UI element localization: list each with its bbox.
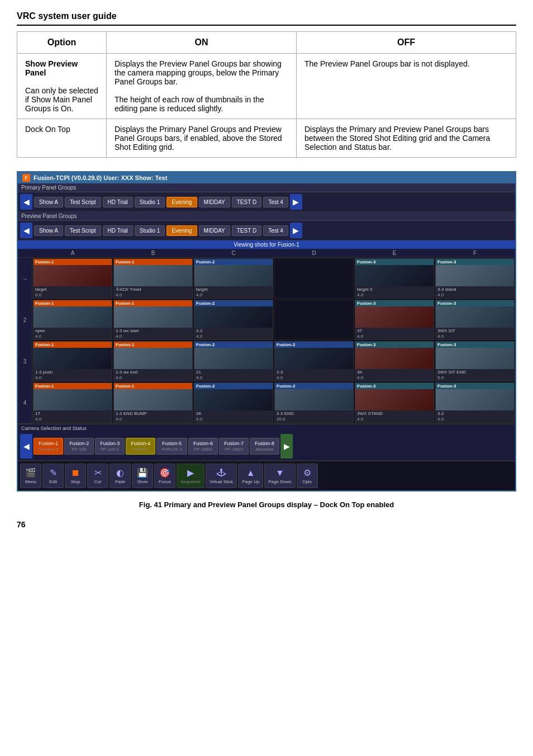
toolbar-virtual-stick[interactable]: 🕹 Virtual Stick [206,464,237,488]
shot-cell[interactable]: Fusion-2 2-3 END 20.0 [274,382,354,423]
cam-btn-fusion5[interactable]: Fusion-5FHR120-2 [156,438,187,455]
sequence-icon: ▶ [187,467,194,478]
preview-btn-showa[interactable]: Show A [34,225,63,236]
panel-btn-evening[interactable]: Evening [166,197,197,207]
toolbar-page-up[interactable]: ▲ Page Up [238,464,263,488]
cam-btn-fusion3[interactable]: Fusion-3FP-145-2 [95,438,125,455]
page-down-icon: ▼ [275,468,284,478]
shot-cell[interactable]: Fusion-1 open 4.0 [33,300,112,340]
primary-nav-prev[interactable]: ◀ [20,194,32,210]
shot-cell[interactable]: Fusion-2 2K 4.0 [194,382,273,423]
col-f-header: F [435,249,515,258]
page-number: 76 [17,520,516,529]
toolbar-fade[interactable]: ◐ Fade [110,464,131,488]
shots-col-headers: A B C D E F [18,249,515,258]
shot-label: 1-3 wx start [114,328,192,334]
primary-panel-row[interactable]: ◀ Show A Test Script HD Trial Studio 1 E… [18,192,515,212]
cam-btn[interactable]: Fusion-1Camera 9 [34,438,63,455]
preview-btn-test4[interactable]: Test 4 [263,225,288,236]
shot-header: Fusion-3 [436,342,514,348]
cam-btn[interactable]: Fusion-3FP-145-2 [95,438,125,455]
shot-cell[interactable]: Fusion-1 1-3 push 4.0 [33,341,112,381]
preview-btn-evening[interactable]: Evening [166,225,197,236]
preview-nav-prev[interactable]: ◀ [20,223,32,238]
preview-nav-next[interactable]: ▶ [290,223,302,238]
panel-btn-showa[interactable]: Show A [34,197,63,207]
preview-btn-testscript[interactable]: Test Script [65,225,101,236]
toolbar-stop[interactable]: ⏹ Stop [65,464,86,488]
shot-cell[interactable]: Fusion-1 1-3 wx start 4.0 [113,300,193,340]
shot-cell[interactable]: Fusion-2 target 4.0 [194,258,273,299]
toolbar-page-down[interactable]: ▼ Page Down [264,464,295,488]
toolbar-edit[interactable]: ✎ Edit [42,464,64,488]
cam-btn[interactable]: Fusion-5FHR120-2 [156,438,187,455]
fade-icon: ◐ [116,467,124,478]
cam-btn-fusion7[interactable]: Fusion-7FP-188/2 [219,438,249,455]
preview-panel-row[interactable]: ◀ Show A Test Script HD Trial Studio 1 E… [18,221,515,240]
cam-btn-fusion8[interactable]: Fusion-8Alternate [250,438,279,455]
shot-rating: 5.0 [436,375,514,381]
shot-cell[interactable]: Fusion-2 2-2 4.0 [194,300,273,340]
shot-cell[interactable]: Fusion-3 3-3 stand 4.0 [435,258,515,299]
cam-btn[interactable]: Fusion-7FP-188/2 [219,438,249,455]
shot-cell[interactable]: Fusion-3 3WX SIT END 5.0 [435,341,515,381]
shot-cell[interactable]: Fusion-2 21 4.0 [194,341,273,381]
row-num: 4 [18,382,32,423]
preview-btn-midday[interactable]: MIDDAY [199,225,230,236]
shot-cell[interactable]: Fusion-1 1-3 wx end 4.0 [113,341,193,381]
toolbar-focus[interactable]: 🎯 Focus [154,464,175,488]
menu-icon: 🎬 [25,467,36,478]
preview-btn-testd[interactable]: TEST D [232,225,261,236]
shot-label: 2-3 END [275,410,353,417]
shot-rating: 4.0 [194,334,273,339]
cam-btn-fusion1[interactable]: Fusion-1Camera 9 [34,438,63,455]
shot-rating: 0.0 [34,292,112,298]
preview-btn-hdtrial[interactable]: HD Trial [103,225,133,236]
shot-cell[interactable]: Fusion-3 target 3 4.0 [355,258,434,299]
preview-btn-studio1[interactable]: Studio 1 [135,225,165,236]
panel-btn-test4[interactable]: Test 4 [263,197,288,207]
page-title: VRC system user guide [17,11,516,26]
panel-btn-testd[interactable]: TEST D [232,197,261,207]
shot-cell[interactable]: Fusion-3 3-2 4.0 [435,382,515,423]
shot-header: Fusion-3 [355,300,434,306]
panel-btn-midday[interactable]: MIDDAY [199,197,230,207]
primary-nav-next[interactable]: ▶ [290,194,302,210]
cam-btn[interactable]: Fusion-2FP-145 [64,438,94,455]
shot-label: target [34,286,112,292]
cam-btn[interactable]: Fusion-6FP-188/3 [188,438,218,455]
panel-btn-studio1[interactable]: Studio 1 [135,197,165,207]
shot-cell[interactable]: Fusion-1 1T 4.0 [33,382,112,423]
toolbar-sequence[interactable]: ▶ Sequence [177,464,204,488]
toolbar-opts[interactable]: ⚙ Opts [297,464,318,488]
shot-cell[interactable]: Fusion-3 3T 4.0 [355,300,434,340]
app-icon: F [22,174,30,182]
shot-header: Fusion-2 [194,383,273,389]
panel-btn-testscript[interactable]: Test Script [65,197,101,207]
cam-nav-prev[interactable]: ◀ [20,434,32,459]
cam-btn[interactable]: Fusion-4FHR120 [126,438,155,455]
shot-cell[interactable]: Fusion-1 target 0.0 [33,258,112,299]
store-icon: 💾 [137,467,148,478]
panel-btn-hdtrial[interactable]: HD Trial [103,197,133,207]
toolbar-cut[interactable]: ✂ Cut [87,464,108,488]
cam-nav-next[interactable]: ▶ [280,434,293,459]
cam-btn[interactable]: Fusion-8Alternate [250,438,279,455]
toolbar-menu[interactable]: 🎬 Menu [20,464,41,488]
shot-cell[interactable]: Fusion-3 3WX SIT 4.0 [435,300,515,340]
shot-cell[interactable]: Fusion-3 3WX STAND 4.0 [355,382,434,423]
shot-label: 2K [194,410,273,417]
shot-label: 3WX SIT [436,328,514,334]
shot-label: 2-3 [275,369,353,375]
shot-cell[interactable]: Fusion-3 3K 4.0 [355,341,434,381]
shot-cell[interactable]: Fusion-2 2-3 4.0 [274,341,354,381]
toolbar-store[interactable]: 💾 Store [132,464,153,488]
cam-btn-fusion4[interactable]: Fusion-4FHR120 [126,438,155,455]
shot-cell[interactable]: Fusion-1 ①422r Tmed 4.0 [113,258,193,299]
shot-label: 3-2 [436,410,514,417]
shot-cell[interactable]: Fusion-1 1-3 END BUMP 4.0 [113,382,193,423]
col-off: OFF [297,32,516,54]
cam-btn-fusion2[interactable]: Fusion-2FP-145 [64,438,94,455]
cam-btn-fusion6[interactable]: Fusion-6FP-188/3 [188,438,218,455]
shot-header: Fusion-1 [34,259,112,265]
